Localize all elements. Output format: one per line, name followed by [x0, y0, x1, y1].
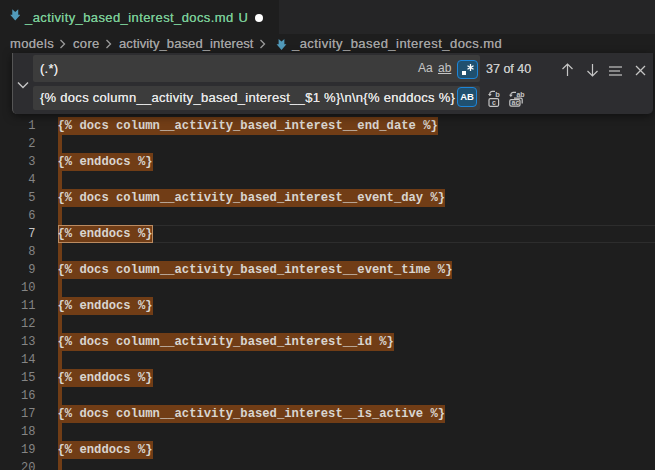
svg-text:ac: ac: [512, 99, 520, 106]
svg-text:c: c: [491, 99, 495, 106]
svg-text:ab: ab: [516, 91, 524, 98]
svg-text:b: b: [495, 90, 500, 99]
